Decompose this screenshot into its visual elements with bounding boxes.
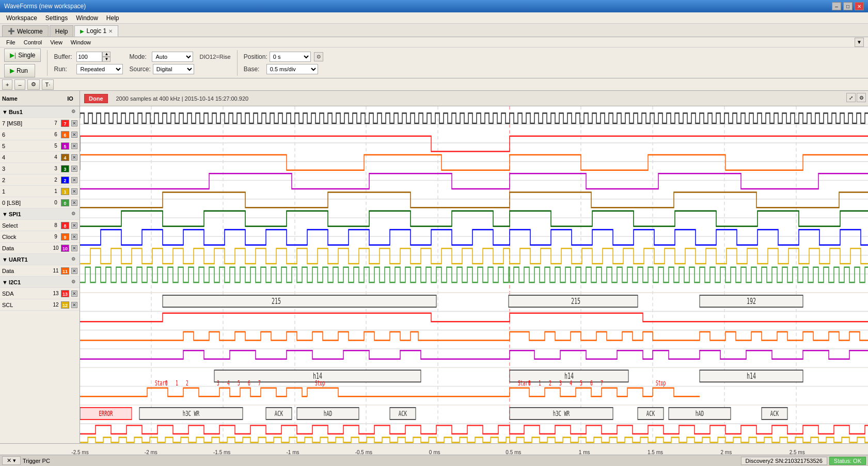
zoom-control[interactable]: ✕ ▾ bbox=[2, 456, 21, 465]
svg-text:0: 0 bbox=[528, 379, 531, 388]
time-label-4: -0.5 ms bbox=[355, 449, 372, 455]
channel-row-spi1: ▼ SPI1 ⚙ bbox=[0, 208, 80, 220]
bus1-collapse[interactable]: ⚙ bbox=[71, 109, 77, 115]
remove-channel-btn[interactable]: – bbox=[14, 79, 25, 90]
menu-window2[interactable]: Window bbox=[67, 38, 95, 46]
x-btn-3[interactable]: ✕ bbox=[71, 166, 77, 172]
base-select[interactable]: 0.5 ms/div 1 ms/div bbox=[266, 64, 318, 74]
i2c1-collapse-icon[interactable]: ▼ bbox=[2, 279, 8, 285]
trigger-btn[interactable]: T· bbox=[42, 79, 54, 90]
collapse-icon[interactable]: ▼ bbox=[2, 109, 8, 115]
menu-window[interactable]: Window bbox=[72, 13, 102, 23]
x-btn-2[interactable]: ✕ bbox=[71, 177, 77, 183]
badge-6: 6 bbox=[61, 131, 69, 138]
position-label: Position: bbox=[244, 53, 267, 60]
close-button[interactable]: ✕ bbox=[855, 2, 864, 10]
svg-text:h14: h14 bbox=[747, 371, 756, 380]
run-section: ▶| Single ▶ Run bbox=[4, 49, 41, 77]
secondary-menu: File Control View Window ▼ bbox=[0, 37, 868, 47]
x-btn-clock[interactable]: ✕ bbox=[71, 234, 77, 240]
done-badge: Done bbox=[84, 94, 108, 103]
svg-text:3: 3 bbox=[559, 379, 562, 388]
badge-3: 3 bbox=[61, 165, 69, 172]
mode-label: Mode: bbox=[129, 53, 150, 60]
tab-help[interactable]: Help bbox=[50, 25, 74, 37]
time-axis: -2.5 ms -2 ms -1.5 ms -1 ms -0.5 ms 0 ms… bbox=[0, 443, 868, 455]
spi1-collapse-icon[interactable]: ▼ bbox=[2, 211, 8, 217]
x-btn-select[interactable]: ✕ bbox=[71, 222, 77, 229]
x-btn-data-uart[interactable]: ✕ bbox=[71, 268, 77, 274]
position-icon-btn[interactable]: ⊙ bbox=[314, 52, 323, 61]
tab-close-icon[interactable]: ✕ bbox=[108, 28, 113, 34]
position-select[interactable]: 0 s bbox=[270, 52, 311, 62]
mode-select[interactable]: Auto Normal bbox=[152, 52, 193, 62]
buffer-down-btn[interactable]: ▼ bbox=[102, 57, 111, 62]
single-label: Single bbox=[18, 52, 35, 59]
i2c1-config[interactable]: ⚙ bbox=[71, 279, 77, 285]
uart1-collapse-icon[interactable]: ▼ bbox=[2, 256, 8, 263]
collapse-btn[interactable]: ▼ bbox=[855, 38, 864, 47]
buffer-up-btn[interactable]: ▲ bbox=[102, 52, 111, 57]
time-label-10: 2.5 ms bbox=[790, 449, 805, 455]
title-bar: WaveForms (new workspace) – □ ✕ bbox=[0, 0, 868, 12]
tab-logic1[interactable]: ▶ Logic 1 ✕ bbox=[74, 25, 118, 37]
x-btn-7[interactable]: ✕ bbox=[71, 120, 77, 126]
svg-text:7: 7 bbox=[601, 379, 603, 388]
run-button[interactable]: ▶ Run bbox=[4, 64, 35, 77]
x-btn-4[interactable]: ✕ bbox=[71, 154, 77, 160]
maximize-button[interactable]: □ bbox=[843, 2, 853, 10]
buffer-input[interactable] bbox=[76, 52, 102, 62]
x-btn-sda[interactable]: ✕ bbox=[71, 291, 77, 297]
menu-control[interactable]: Control bbox=[20, 38, 46, 46]
source-select[interactable]: Digital Analog bbox=[153, 64, 194, 74]
x-btn-0[interactable]: ✕ bbox=[71, 200, 77, 206]
menu-settings[interactable]: Settings bbox=[41, 13, 72, 23]
toolbar-row2: ▶ Run bbox=[4, 64, 41, 77]
run-select[interactable]: Repeated Single bbox=[76, 64, 123, 74]
position-section: Position: 0 s ⊙ Base: 0.5 ms/div 1 ms/di… bbox=[244, 52, 323, 74]
channel-row-1: 1 1 1 ✕ bbox=[0, 186, 80, 197]
settings-icon[interactable]: ⚙ bbox=[857, 93, 866, 102]
main-toolbar: ▶| Single ▶ Run Buffer: ▲ ▼ bbox=[0, 47, 868, 78]
config-btn[interactable]: ⚙ bbox=[27, 79, 40, 90]
menu-file[interactable]: File bbox=[2, 38, 20, 46]
svg-text:3: 3 bbox=[217, 379, 219, 388]
channel-row-bus1: ▼ Bus1 ⚙ bbox=[0, 106, 80, 118]
x-btn-1[interactable]: ✕ bbox=[71, 188, 77, 195]
waveform-area[interactable]: 215 215 192 bbox=[80, 106, 868, 443]
x-btn-5[interactable]: ✕ bbox=[71, 143, 77, 149]
add-channel-btn[interactable]: + bbox=[2, 79, 12, 90]
channel-row-0: 0 [LSB] 0 0 ✕ bbox=[0, 197, 80, 208]
badge-2: 2 bbox=[61, 176, 69, 184]
spi1-config[interactable]: ⚙ bbox=[71, 211, 77, 217]
tab-welcome-label: Welcome bbox=[17, 28, 43, 35]
menu-help[interactable]: Help bbox=[102, 13, 123, 23]
channel-row-2: 2 2 2 ✕ bbox=[0, 174, 80, 186]
time-label-5: 0 ms bbox=[429, 449, 440, 455]
menu-workspace[interactable]: Workspace bbox=[2, 13, 41, 23]
io-col-header: IO bbox=[63, 95, 77, 102]
channel-row-3: 3 3 3 ✕ bbox=[0, 163, 80, 174]
waveform-header-buttons: ⤢ ⚙ bbox=[846, 93, 866, 102]
tab-welcome[interactable]: ➕ Welcome bbox=[2, 25, 49, 37]
expand-icon[interactable]: ⤢ bbox=[846, 93, 856, 102]
single-button[interactable]: ▶| Single bbox=[4, 49, 41, 62]
mode-row: Mode: Auto Normal DIO12=Rise bbox=[129, 52, 230, 62]
menu-view[interactable]: View bbox=[46, 38, 67, 46]
x-btn-data-spi[interactable]: ✕ bbox=[71, 245, 77, 251]
svg-text:5: 5 bbox=[580, 379, 582, 388]
window-controls: – □ ✕ bbox=[832, 2, 864, 10]
tab-help-label: Help bbox=[55, 28, 68, 35]
minimize-button[interactable]: – bbox=[832, 2, 841, 10]
zoom-icon: ✕ ▾ bbox=[7, 457, 16, 463]
x-btn-6[interactable]: ✕ bbox=[71, 132, 77, 138]
svg-text:ACK: ACK bbox=[770, 409, 779, 418]
x-btn-scl[interactable]: ✕ bbox=[71, 302, 77, 308]
status-ok-badge: Status: OK bbox=[829, 457, 866, 465]
channel-row-uart1: ▼ UART1 ⚙ bbox=[0, 254, 80, 265]
channel-row-i2c1: ▼ I2C1 ⚙ bbox=[0, 277, 80, 288]
channel-panel-header: Name IO bbox=[0, 91, 80, 106]
svg-text:ERROR: ERROR bbox=[99, 409, 113, 418]
svg-text:ACK: ACK bbox=[275, 409, 283, 418]
uart1-config[interactable]: ⚙ bbox=[71, 256, 77, 263]
